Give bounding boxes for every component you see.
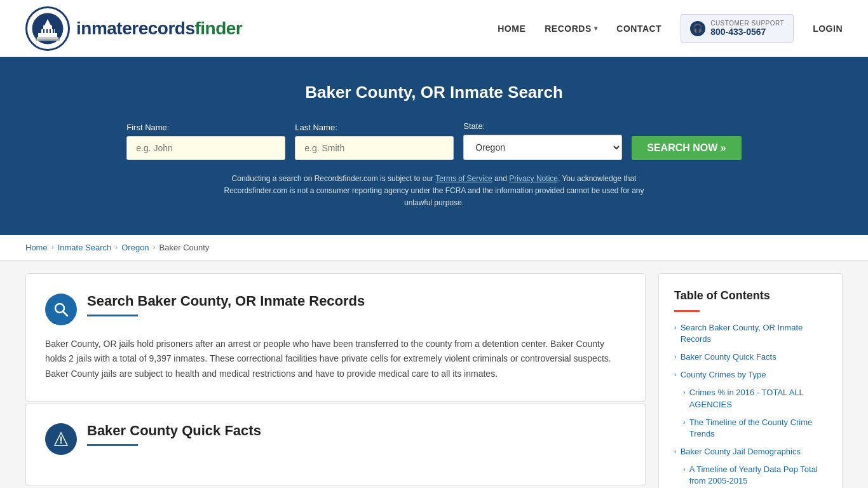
first-name-label: First Name:	[126, 123, 169, 132]
toc-item-6: › A Timeline of Yearly Data Pop Total fr…	[674, 464, 827, 487]
toc-link-3[interactable]: Crimes % in 2016 - TOTAL ALL AGENCIES	[689, 387, 827, 410]
svg-rect-9	[53, 29, 54, 33]
svg-rect-7	[46, 29, 48, 33]
site-header: inmaterecordsfinder HOME RECORDS ▾ CONTA…	[0, 0, 868, 57]
toc-link-6[interactable]: A Timeline of Yearly Data Pop Total from…	[689, 464, 827, 487]
search-form: First Name: Last Name: State: OregonAlab…	[13, 121, 855, 160]
privacy-link[interactable]: Privacy Notice	[509, 174, 558, 183]
nav-contact[interactable]: CONTACT	[616, 24, 661, 34]
right-column: Table of Contents › Search Baker County,…	[658, 273, 843, 488]
last-name-input[interactable]	[295, 136, 454, 160]
section-title-1: Search Baker County, OR Inmate Records	[87, 293, 365, 327]
facts-section-icon	[45, 423, 77, 455]
first-name-input[interactable]	[126, 136, 285, 160]
nav-login[interactable]: LOGIN	[813, 24, 843, 34]
breadcrumb-current: Baker County	[159, 243, 210, 252]
toc-box: Table of Contents › Search Baker County,…	[658, 273, 843, 488]
svg-point-16	[60, 442, 62, 444]
section-header-2: Baker County Quick Facts	[45, 423, 626, 456]
toc-item-3: › Crimes % in 2016 - TOTAL ALL AGENCIES	[674, 387, 827, 410]
svg-line-13	[63, 311, 67, 316]
toc-item-1: › Baker County Quick Facts	[674, 351, 827, 363]
toc-item-2: › County Crimes by Type	[674, 369, 827, 381]
svg-rect-8	[50, 29, 51, 33]
toc-link-4[interactable]: The Timeline of the County Crime Trends	[689, 417, 827, 440]
last-name-label: Last Name:	[295, 123, 337, 132]
breadcrumb: Home › Inmate Search › Oregon › Baker Co…	[0, 235, 868, 261]
svg-rect-5	[40, 29, 41, 33]
state-label: State:	[463, 121, 485, 131]
section-title-2: Baker County Quick Facts	[87, 423, 261, 456]
breadcrumb-sep-2: ›	[115, 243, 118, 252]
breadcrumb-sep-3: ›	[153, 243, 156, 252]
left-column: Search Baker County, OR Inmate Records B…	[25, 273, 646, 488]
main-nav: HOME RECORDS ▾ CONTACT 🎧 CUSTOMER SUPPOR…	[498, 14, 843, 43]
toc-chevron-5: ›	[674, 447, 677, 455]
records-chevron-icon: ▾	[594, 25, 598, 32]
logo-icon	[25, 6, 70, 51]
section-header-1: Search Baker County, OR Inmate Records	[45, 293, 626, 327]
hero-title: Baker County, OR Inmate Search	[13, 83, 855, 102]
toc-link-2[interactable]: County Crimes by Type	[681, 369, 766, 381]
toc-list: › Search Baker County, OR Inmate Records…	[674, 322, 827, 487]
section-quick-facts: Baker County Quick Facts	[25, 403, 646, 486]
state-select[interactable]: OregonAlabamaAlaska	[463, 135, 622, 160]
headset-icon: 🎧	[690, 21, 705, 36]
toc-chevron-2: ›	[674, 370, 677, 378]
section-body-1: Baker County, OR jails hold prisoners af…	[45, 337, 626, 382]
nav-records[interactable]: RECORDS ▾	[545, 24, 597, 34]
hero-disclaimer: Conducting a search on Recordsfinder.com…	[212, 173, 656, 210]
search-button[interactable]: SEARCH NOW »	[632, 136, 741, 160]
logo-area: inmaterecordsfinder	[25, 6, 242, 51]
section-inmate-records: Search Baker County, OR Inmate Records B…	[25, 273, 646, 402]
section-divider-2	[87, 444, 138, 446]
logo-text: inmaterecordsfinder	[76, 18, 242, 39]
nav-home[interactable]: HOME	[498, 24, 526, 34]
toc-link-0[interactable]: Search Baker County, OR Inmate Records	[681, 322, 827, 345]
terms-link[interactable]: Terms of Service	[435, 174, 492, 183]
toc-item-4: › The Timeline of the County Crime Trend…	[674, 417, 827, 440]
search-section-icon	[45, 294, 77, 325]
toc-chevron-4: ›	[683, 418, 686, 426]
hero-section: Baker County, OR Inmate Search First Nam…	[0, 57, 868, 235]
breadcrumb-inmate-search[interactable]: Inmate Search	[58, 243, 112, 252]
section-divider-1	[87, 315, 138, 316]
toc-item-5: › Baker County Jail Demographics	[674, 446, 827, 458]
main-content: Search Baker County, OR Inmate Records B…	[0, 261, 868, 488]
breadcrumb-state[interactable]: Oregon	[121, 243, 149, 252]
toc-chevron-0: ›	[674, 323, 677, 331]
svg-rect-6	[43, 29, 44, 33]
toc-chevron-6: ›	[683, 465, 686, 473]
toc-chevron-3: ›	[683, 388, 686, 396]
svg-rect-11	[36, 39, 60, 41]
first-name-group: First Name:	[126, 123, 285, 160]
breadcrumb-home[interactable]: Home	[25, 243, 48, 252]
toc-link-5[interactable]: Baker County Jail Demographics	[681, 446, 801, 458]
toc-chevron-1: ›	[674, 353, 677, 360]
support-info: CUSTOMER SUPPORT 800-433-0567	[710, 20, 784, 37]
svg-rect-10	[37, 37, 58, 39]
state-group: State: OregonAlabamaAlaska	[463, 121, 622, 160]
breadcrumb-sep-1: ›	[51, 243, 54, 252]
last-name-group: Last Name:	[295, 123, 454, 160]
toc-item-0: › Search Baker County, OR Inmate Records	[674, 322, 827, 345]
toc-link-1[interactable]: Baker County Quick Facts	[681, 351, 776, 363]
toc-title: Table of Contents	[674, 289, 827, 302]
customer-support-box[interactable]: 🎧 CUSTOMER SUPPORT 800-433-0567	[681, 14, 794, 43]
toc-divider	[674, 310, 700, 312]
